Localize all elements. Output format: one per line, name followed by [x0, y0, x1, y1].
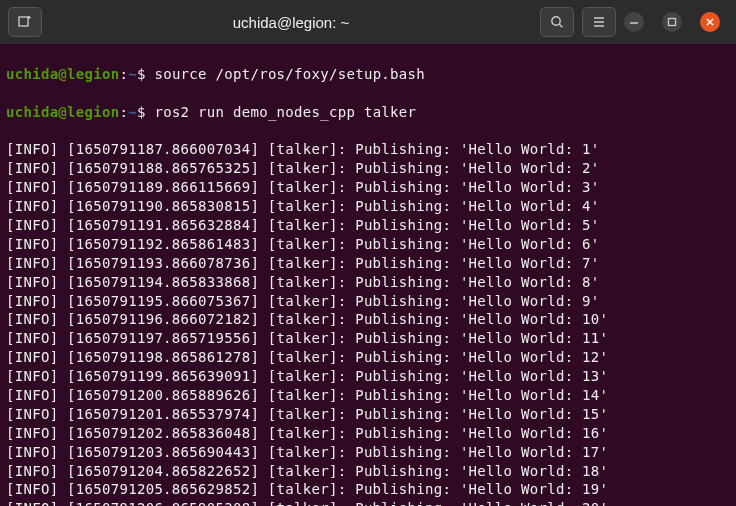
window-controls — [624, 12, 728, 32]
minimize-icon — [629, 17, 639, 27]
log-line: [INFO] [1650791190.865830815] [talker]: … — [6, 197, 730, 216]
search-icon — [549, 14, 565, 30]
titlebar: uchida@legion: ~ — [0, 0, 736, 44]
prompt-userhost: uchida@legion — [6, 66, 119, 82]
log-line: [INFO] [1650791192.865861483] [talker]: … — [6, 235, 730, 254]
log-line: [INFO] [1650791202.865836048] [talker]: … — [6, 424, 730, 443]
log-line: [INFO] [1650791197.865719556] [talker]: … — [6, 329, 730, 348]
window-title: uchida@legion: ~ — [50, 14, 532, 31]
maximize-button[interactable] — [662, 12, 682, 32]
log-line: [INFO] [1650791198.865861278] [talker]: … — [6, 348, 730, 367]
prompt-sep: : — [119, 66, 128, 82]
svg-point-1 — [552, 17, 560, 25]
minimize-button[interactable] — [624, 12, 644, 32]
log-line: [INFO] [1650791194.865833868] [talker]: … — [6, 273, 730, 292]
hamburger-icon — [591, 14, 607, 30]
log-line: [INFO] [1650791196.866072182] [talker]: … — [6, 310, 730, 329]
search-button[interactable] — [540, 7, 574, 37]
close-icon — [705, 17, 715, 27]
prompt-line-1: uchida@legion:~$ source /opt/ros/foxy/se… — [6, 65, 730, 84]
log-line: [INFO] [1650791204.865822652] [talker]: … — [6, 462, 730, 481]
prompt-path: ~ — [128, 66, 137, 82]
log-line: [INFO] [1650791187.866007034] [talker]: … — [6, 140, 730, 159]
log-line: [INFO] [1650791205.865629852] [talker]: … — [6, 480, 730, 499]
log-line: [INFO] [1650791195.866075367] [talker]: … — [6, 292, 730, 311]
log-line: [INFO] [1650791206.865905308] [talker]: … — [6, 499, 730, 506]
menu-button[interactable] — [582, 7, 616, 37]
log-line: [INFO] [1650791203.865690443] [talker]: … — [6, 443, 730, 462]
log-line: [INFO] [1650791191.865632884] [talker]: … — [6, 216, 730, 235]
log-line: [INFO] [1650791188.865765325] [talker]: … — [6, 159, 730, 178]
prompt-sigil: $ — [137, 104, 146, 120]
log-line: [INFO] [1650791193.866078736] [talker]: … — [6, 254, 730, 273]
log-line: [INFO] [1650791199.865639091] [talker]: … — [6, 367, 730, 386]
log-line: [INFO] [1650791200.865889626] [talker]: … — [6, 386, 730, 405]
prompt-sigil: $ — [137, 66, 146, 82]
new-tab-button[interactable] — [8, 7, 42, 37]
terminal-content[interactable]: uchida@legion:~$ source /opt/ros/foxy/se… — [0, 44, 736, 506]
log-line: [INFO] [1650791201.865537974] [talker]: … — [6, 405, 730, 424]
new-tab-icon — [17, 14, 33, 30]
command-2-text: ros2 run demo_nodes_cpp talker — [154, 104, 416, 120]
maximize-icon — [667, 17, 677, 27]
prompt-line-2: uchida@legion:~$ ros2 run demo_nodes_cpp… — [6, 103, 730, 122]
prompt-userhost: uchida@legion — [6, 104, 119, 120]
log-line: [INFO] [1650791189.866115669] [talker]: … — [6, 178, 730, 197]
svg-rect-2 — [669, 19, 676, 26]
prompt-sep: : — [119, 104, 128, 120]
prompt-path: ~ — [128, 104, 137, 120]
command-1-text: source /opt/ros/foxy/setup.bash — [154, 66, 425, 82]
svg-rect-0 — [19, 17, 28, 26]
close-button[interactable] — [700, 12, 720, 32]
